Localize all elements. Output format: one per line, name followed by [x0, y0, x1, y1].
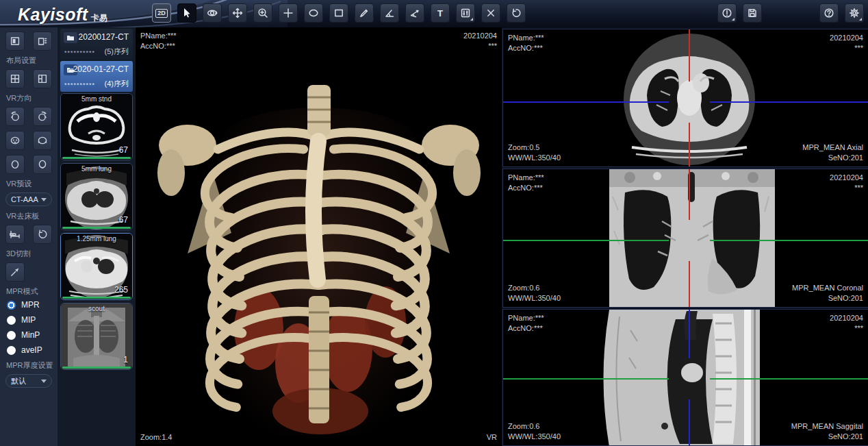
mpr-mode-option-mpr[interactable]: MPR	[7, 300, 52, 310]
patient-name: PName:***	[508, 173, 544, 183]
settings-button[interactable]	[845, 3, 864, 23]
mpr-mode-label: MPR模式	[6, 286, 52, 297]
render-mode: MPR_MEAN Saggital	[791, 421, 863, 432]
measure-angle-icon	[384, 8, 395, 18]
layout-grid-2x2-button[interactable]	[5, 69, 25, 88]
mpr-axial-viewport[interactable]: PName:*** AccNO:*** 20210204 *** Zoom:0.…	[502, 29, 868, 167]
rect-roi-button[interactable]	[329, 3, 348, 23]
vr-posterior-button[interactable]	[33, 131, 52, 150]
crosshair-h-line[interactable]	[710, 101, 868, 103]
vr-preset-dropdown[interactable]: CT-AAA	[5, 193, 52, 206]
mpr-mode-option-aveip[interactable]: aveIP	[7, 345, 52, 355]
pan-icon	[232, 8, 243, 18]
help-button[interactable]	[819, 3, 839, 23]
crosshair-v-line[interactable]	[689, 399, 690, 445]
restore-bed-button[interactable]	[33, 225, 52, 244]
measure-line-icon	[359, 8, 370, 18]
crosshair-h-line[interactable]	[710, 378, 868, 380]
vr-direction-label: VR方向	[6, 93, 52, 103]
reset-button[interactable]	[507, 3, 526, 23]
thumbnail-image-count: 1	[123, 355, 128, 364]
zoom-factor: Zoom:0.6	[508, 283, 561, 293]
radio-label: MIP	[21, 315, 36, 325]
study-date-overlay: 20210204 ***	[463, 31, 497, 51]
head-bottom-icon	[36, 158, 49, 171]
layout-1x2-icon	[37, 73, 48, 84]
layout-1x2-button[interactable]	[33, 69, 52, 88]
load-progress-bar	[62, 157, 131, 159]
cobb-angle-button[interactable]	[405, 3, 424, 23]
series-thumbnail-5mm-stnd[interactable]: 5mm stnd 67	[60, 93, 133, 160]
series-thumbnail-5mm-lung[interactable]: 5mm lung 67	[60, 163, 133, 230]
vr-viewport[interactable]: PName:*** AccNO:*** 20210204 *** Zoom:1.…	[136, 27, 502, 446]
mpr-thickness-dropdown[interactable]: 默认	[5, 374, 52, 388]
zoom-factor: Zoom:0.5	[508, 143, 561, 153]
scalpel-button[interactable]	[5, 262, 25, 282]
study-date: 20210204	[463, 31, 497, 41]
study-item[interactable]: 20200127-CT ********** (5)序列	[60, 29, 133, 60]
measure-angle-button[interactable]	[380, 3, 399, 23]
vr-superior-button[interactable]	[5, 155, 25, 174]
window-level-button[interactable]	[456, 3, 475, 23]
vr-rotate-left-button[interactable]	[5, 107, 25, 126]
patient-name: PName:***	[508, 313, 544, 323]
logo-text-cn: 卡易	[91, 12, 107, 24]
measure-line-button[interactable]	[355, 3, 374, 23]
zoom-overlay: Zoom:1.4	[140, 432, 172, 443]
layout-single-icon	[10, 36, 21, 47]
crosshair-v-line[interactable]	[689, 169, 690, 220]
series-thumbnail-scout[interactable]: scout 1	[60, 303, 133, 370]
cursor-button[interactable]	[177, 3, 196, 23]
scalpel-icon	[10, 267, 21, 277]
close-icon	[485, 8, 496, 18]
radio-label: aveIP	[21, 345, 42, 355]
delete-annotation-button[interactable]	[481, 3, 500, 23]
crosshair-locate-button[interactable]	[279, 3, 298, 23]
series-panel: 20200127-CT ********** (5)序列 2020-01-27-…	[58, 27, 136, 446]
crosshair-h-line[interactable]	[503, 378, 669, 380]
dropdown-corner	[470, 18, 473, 21]
zoom-window-overlay: Zoom:0.6 WW/WL:350/40	[508, 283, 561, 303]
patient-overlay: PName:*** AccNO:***	[508, 313, 544, 334]
patient-overlay: PName:*** AccNO:***	[508, 173, 544, 193]
vr-anterior-button[interactable]	[5, 131, 25, 150]
study-item-selected[interactable]: 2020-01-27-CT ********** (4)序列	[60, 61, 133, 92]
series-thumbnail-1-25mm-lung[interactable]: 1.25mm lung 265	[60, 233, 133, 300]
radio-label: MPR	[21, 300, 40, 310]
crosshair-v-line[interactable]	[689, 29, 690, 82]
load-progress-bar	[62, 227, 131, 229]
rotate-3d-button[interactable]	[203, 3, 222, 23]
patient-name: PName:***	[140, 31, 177, 41]
pan-button[interactable]	[228, 3, 247, 23]
crosshair-v-line[interactable]	[689, 310, 690, 358]
vr-rotate-right-button[interactable]	[33, 107, 52, 126]
accession-number: AccNO:***	[508, 43, 544, 53]
load-progress-bar	[62, 367, 131, 369]
layout-list-button[interactable]	[33, 32, 52, 51]
zoom-in-button[interactable]	[253, 3, 272, 23]
rect-roi-icon	[333, 8, 344, 18]
mode-2d-button[interactable]: 2D	[152, 3, 171, 23]
save-button[interactable]	[743, 3, 762, 23]
save-icon	[747, 8, 758, 18]
crosshair-h-line[interactable]	[503, 240, 669, 241]
mpr-mode-option-mip[interactable]: MIP	[7, 315, 52, 325]
chevron-down-icon	[41, 380, 47, 383]
crosshair-h-line[interactable]	[503, 101, 669, 103]
vr-inferior-button[interactable]	[33, 155, 52, 174]
mpr-coronal-viewport[interactable]: PName:*** AccNO:*** 20210204 *** Zoom:0.…	[502, 169, 868, 308]
ellipse-roi-button[interactable]	[304, 3, 323, 23]
radio-icon	[7, 346, 16, 355]
mpr-mode-option-minp[interactable]: MinP	[7, 330, 52, 340]
layout-single-button[interactable]	[5, 32, 25, 51]
text-annotation-button[interactable]: T	[431, 3, 450, 23]
crosshair-h-line[interactable]	[710, 240, 868, 241]
thumbnail-image-count: 67	[119, 145, 128, 155]
remove-bed-button[interactable]	[5, 225, 25, 244]
zoom-factor: Zoom:0.6	[508, 421, 561, 432]
mpr-sagittal-viewport[interactable]: PName:*** AccNO:*** 20210204 *** Zoom:0.…	[502, 309, 868, 446]
crosshair-v-line[interactable]	[689, 261, 690, 307]
window-level-icon	[460, 8, 471, 18]
info-button[interactable]	[717, 3, 737, 23]
crosshair-v-line[interactable]	[689, 123, 690, 166]
